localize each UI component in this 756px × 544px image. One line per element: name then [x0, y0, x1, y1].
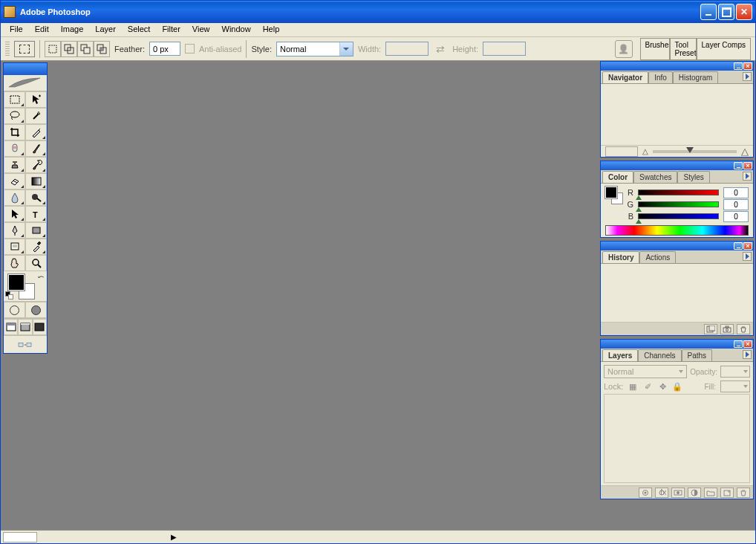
lasso-tool[interactable]	[4, 108, 25, 124]
status-menu-arrow[interactable]: ▶	[171, 533, 177, 541]
quickmask-mode-button[interactable]	[25, 302, 47, 318]
eraser-tool[interactable]	[4, 173, 25, 190]
menu-select[interactable]: Select	[122, 23, 157, 36]
zoom-percent-input[interactable]	[605, 146, 638, 157]
panel-topbar[interactable]	[601, 62, 753, 71]
panel-minimize-button[interactable]	[734, 242, 743, 250]
toolbox-panel[interactable]: T ⤺	[3, 62, 48, 354]
menu-help[interactable]: Help	[257, 23, 286, 36]
new-layer-button[interactable]	[720, 488, 734, 498]
menu-window[interactable]: Window	[216, 23, 257, 36]
tab-history[interactable]: History	[602, 251, 639, 263]
toolbox-header[interactable]	[4, 63, 47, 75]
pen-tool[interactable]	[4, 222, 25, 239]
style-select[interactable]: Normal	[276, 42, 353, 56]
menu-view[interactable]: View	[186, 23, 216, 36]
type-tool[interactable]: T	[25, 206, 47, 222]
menu-filter[interactable]: Filter	[156, 23, 186, 36]
panel-topbar[interactable]	[601, 242, 753, 250]
b-value[interactable]: 0	[723, 211, 749, 222]
panel-menu-button[interactable]	[743, 72, 752, 81]
full-screen-menubar-button[interactable]	[18, 319, 32, 335]
tab-layers[interactable]: Layers	[602, 349, 638, 361]
panel-minimize-button[interactable]	[734, 62, 743, 70]
options-grip[interactable]	[5, 42, 10, 56]
current-tool-display[interactable]	[14, 41, 35, 57]
r-slider[interactable]	[638, 190, 719, 195]
layers-list[interactable]	[604, 394, 750, 483]
file-browser-button[interactable]	[615, 40, 633, 58]
jump-to-imageready[interactable]	[4, 335, 47, 353]
panel-close-button[interactable]	[743, 162, 752, 169]
foreground-color[interactable]	[8, 274, 25, 291]
magic-wand-tool[interactable]	[25, 108, 47, 124]
eyedropper-tool[interactable]	[25, 239, 47, 255]
selection-add-button[interactable]	[61, 41, 77, 57]
color-panel-swatches[interactable]	[605, 187, 622, 203]
close-button[interactable]	[736, 4, 752, 20]
panel-topbar[interactable]	[601, 161, 753, 170]
notes-tool[interactable]	[4, 239, 25, 255]
gradient-tool[interactable]	[25, 173, 47, 190]
menu-file[interactable]: File	[4, 23, 29, 36]
well-tab-brushes[interactable]: Brushes	[640, 38, 670, 60]
panel-menu-button[interactable]	[743, 350, 752, 359]
panel-minimize-button[interactable]	[734, 340, 743, 348]
menu-layer[interactable]: Layer	[89, 23, 122, 36]
new-group-button[interactable]	[704, 488, 717, 498]
path-selection-tool[interactable]	[4, 206, 25, 222]
tab-color[interactable]: Color	[602, 171, 633, 183]
link-layers-button[interactable]	[639, 488, 652, 498]
move-tool[interactable]	[25, 91, 47, 108]
healing-brush-tool[interactable]	[4, 140, 25, 157]
titlebar[interactable]: Adobe Photoshop	[1, 1, 755, 23]
b-slider[interactable]	[638, 213, 719, 219]
selection-intersect-button[interactable]	[94, 41, 110, 57]
new-snapshot-button[interactable]	[720, 324, 734, 334]
zoom-slider[interactable]	[653, 150, 737, 153]
layer-mask-button[interactable]	[671, 488, 685, 498]
panel-minimize-button[interactable]	[734, 162, 743, 169]
zoom-field[interactable]	[3, 532, 37, 543]
feather-input[interactable]	[149, 42, 180, 56]
selection-new-button[interactable]	[45, 41, 61, 57]
history-brush-tool[interactable]	[25, 157, 47, 173]
clone-stamp-tool[interactable]	[4, 157, 25, 173]
standard-screen-button[interactable]	[4, 319, 18, 335]
maximize-button[interactable]	[718, 4, 734, 20]
brush-tool[interactable]	[25, 140, 47, 157]
blur-tool[interactable]	[4, 190, 25, 206]
tab-histogram[interactable]: Histogram	[673, 71, 719, 83]
minimize-button[interactable]	[700, 4, 717, 20]
zoom-in-icon[interactable]: △	[741, 146, 749, 157]
tab-styles[interactable]: Styles	[677, 171, 709, 183]
well-tab-toolpresets[interactable]: Tool Presets	[670, 38, 697, 60]
hand-tool[interactable]	[4, 255, 25, 271]
selection-subtract-button[interactable]	[77, 41, 94, 57]
r-value[interactable]: 0	[723, 187, 749, 198]
delete-layer-button[interactable]	[737, 488, 750, 498]
tab-navigator[interactable]: Navigator	[602, 71, 648, 83]
g-slider[interactable]	[638, 201, 719, 207]
panel-menu-button[interactable]	[743, 172, 752, 181]
delete-state-button[interactable]	[737, 324, 750, 334]
zoom-out-icon[interactable]: △	[642, 147, 648, 155]
full-screen-button[interactable]	[33, 319, 47, 335]
crop-tool[interactable]	[4, 124, 25, 140]
tab-info[interactable]: Info	[648, 71, 673, 83]
menu-edit[interactable]: Edit	[29, 23, 55, 36]
panel-topbar[interactable]	[601, 340, 753, 349]
swap-colors-button[interactable]: ⤺	[38, 273, 44, 281]
default-colors-button[interactable]	[5, 291, 14, 300]
layer-style-button[interactable]: fx	[655, 488, 668, 498]
dodge-tool[interactable]	[25, 190, 47, 206]
panel-menu-button[interactable]	[743, 252, 752, 261]
panel-close-button[interactable]	[743, 242, 752, 250]
zoom-tool[interactable]	[25, 255, 47, 271]
g-value[interactable]: 0	[723, 199, 749, 210]
new-document-from-state-button[interactable]	[704, 324, 717, 334]
shape-tool[interactable]	[25, 222, 47, 239]
panel-close-button[interactable]	[743, 340, 752, 348]
panel-close-button[interactable]	[743, 62, 752, 70]
marquee-tool[interactable]	[4, 91, 25, 108]
